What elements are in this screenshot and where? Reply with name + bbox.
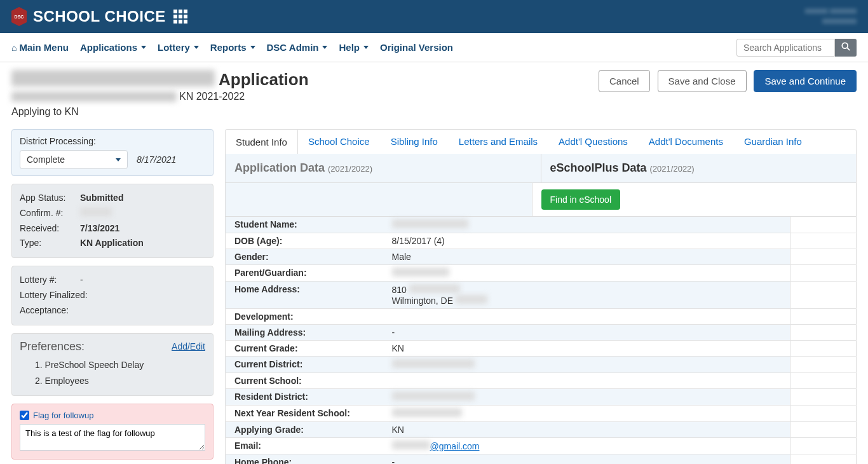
- nav-bar: ⌂ Main Menu Applications Lottery Reports…: [0, 33, 868, 62]
- top-bar: DSC SCHOOL CHOICE xxxxxx xxxxxxxxxxxxxxx…: [0, 0, 868, 33]
- pref-title: Preferences:: [20, 340, 85, 353]
- caret-icon: [322, 46, 327, 49]
- pref-item: 1. PreSchool Speech Delay: [35, 357, 205, 373]
- caret-icon: [250, 46, 255, 49]
- caret-icon: [363, 46, 369, 49]
- app-status-card: App Status:Submitted Confirm. #: Receive…: [11, 184, 214, 258]
- preferences-card: Preferences: Add/Edit 1. PreSchool Speec…: [11, 333, 214, 396]
- flag-textarea[interactable]: This is a test of the flag for followup: [20, 424, 205, 451]
- cancel-button[interactable]: Cancel: [599, 70, 650, 92]
- find-eschool-button[interactable]: Find in eSchool: [541, 189, 621, 210]
- email-link[interactable]: @gmail.com: [392, 441, 480, 451]
- caret-icon: [194, 46, 199, 49]
- tab-letters-emails[interactable]: Letters and Emails: [449, 130, 548, 154]
- caret-icon: [141, 46, 146, 49]
- dp-select[interactable]: Complete: [20, 150, 128, 169]
- dp-date: 8/17/2021: [137, 154, 176, 165]
- tab-guardian-info[interactable]: Guardian Info: [734, 130, 813, 154]
- nav-dsc-admin[interactable]: DSC Admin: [267, 42, 328, 53]
- flag-card: Flag for followup This is a test of the …: [11, 404, 214, 460]
- data-header: Application Data (2021/2022) eSchoolPlus…: [225, 154, 857, 183]
- pref-add-edit-link[interactable]: Add/Edit: [172, 341, 205, 351]
- find-row: Find in eSchool: [225, 183, 857, 217]
- tab-student-info[interactable]: Student Info: [226, 130, 298, 154]
- tabs: Student Info School Choice Sibling Info …: [225, 129, 857, 154]
- tab-addl-questions[interactable]: Addt'l Questions: [548, 130, 639, 154]
- save-continue-button[interactable]: Save and Continue: [754, 70, 857, 92]
- home-icon: ⌂: [11, 43, 17, 53]
- nav-search: [736, 39, 857, 57]
- flag-checkbox[interactable]: [20, 411, 29, 420]
- nav-reports[interactable]: Reports: [210, 42, 255, 53]
- nav-applications[interactable]: Applications: [80, 42, 146, 53]
- user-info: xxxxxx xxxxxxxxxxxxxxxx: [805, 6, 857, 26]
- tab-addl-documents[interactable]: Addt'l Documents: [639, 130, 734, 154]
- apps-grid-icon[interactable]: [173, 10, 187, 24]
- nav-main-menu[interactable]: ⌂ Main Menu: [11, 42, 69, 53]
- nav-help[interactable]: Help: [339, 42, 369, 53]
- save-close-button[interactable]: Save and Close: [658, 70, 747, 92]
- brand-title: SCHOOL CHOICE: [33, 8, 166, 25]
- student-data-table: Student Name: DOB (Age):8/15/2017 (4) Ge…: [225, 217, 857, 464]
- search-button[interactable]: [835, 39, 857, 57]
- nav-original[interactable]: Original Version: [380, 42, 453, 53]
- pref-item: 2. Employees: [35, 373, 205, 389]
- tab-school-choice[interactable]: School Choice: [298, 130, 381, 154]
- search-input[interactable]: [736, 39, 835, 57]
- nav-lottery[interactable]: Lottery: [158, 42, 199, 53]
- logo-icon: DSC: [11, 7, 27, 26]
- chevron-down-icon: [116, 158, 121, 161]
- tab-sibling-info[interactable]: Sibling Info: [381, 130, 449, 154]
- lottery-card: Lottery #:- Lottery Finalized: Acceptanc…: [11, 266, 214, 325]
- svg-point-0: [842, 43, 848, 48]
- flag-label: Flag for followup: [33, 411, 93, 420]
- page-title: redacted Application: [11, 70, 309, 90]
- page-subtitle: redacted KN 2021-2022: [11, 91, 309, 102]
- dp-label: District Processing:: [20, 136, 205, 146]
- district-processing-card: District Processing: Complete 8/17/2021: [11, 129, 214, 176]
- svg-line-1: [847, 48, 850, 50]
- applying-text: Applying to KN: [11, 106, 309, 118]
